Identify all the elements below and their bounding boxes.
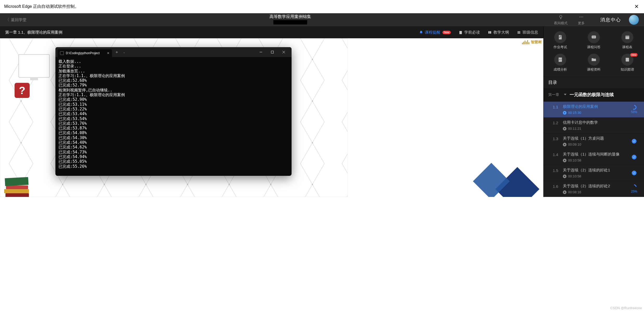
content-row: 第一章 1.1、极限理论的应用案例 课程提醒 New 学前必读 教学大纲 [0,27,644,197]
lesson-item[interactable]: 1.4关于连续（1）连续与间断的显像00:10:58✓ [544,149,644,165]
avatar[interactable] [629,15,639,25]
close-window-button[interactable] [278,47,289,57]
play-icon [563,175,566,178]
monitor-art [18,54,50,78]
chat-icon [591,34,597,40]
check-icon: ✓ [632,139,636,144]
lesson-item[interactable]: 1.6关于连续（2）连续的好处200:08:1625% [544,181,644,197]
grade-icon: A+ [557,57,563,63]
book-icon [488,30,492,35]
lesson-number: 1.1 [548,104,563,115]
terminal-window: D:\Coding\pythonProject ✕ ＋ ⌄ 载入数据... 正在… [55,47,292,176]
syllabus-link[interactable]: 教学大纲 [488,30,509,35]
back-button[interactable]: 〈 返回学堂 [5,17,27,23]
knowledge-graph-button[interactable]: new 知识图谱 [610,52,644,74]
video-area[interactable]: 智慧树 ? D:\Coding\pythonProject [0,38,543,197]
lesson-duration: 00:15:30 [563,111,629,115]
chapter-breadcrumb: 第一章 1.1、极限理论的应用案例 [5,30,62,35]
svg-rect-9 [271,51,274,53]
homework-button[interactable]: 作业考试 [544,29,577,52]
catalog-header: 目录 [544,77,644,88]
lesson-item[interactable]: 1.2信用卡计息中的数学00:11:21 [544,117,644,133]
terminal-tabbar: D:\Coding\pythonProject ✕ ＋ ⌄ [55,47,292,57]
terminal-icon [60,51,64,55]
lesson-title: 极限理论的应用案例 [563,104,629,109]
more-label: 更多 [578,21,585,26]
lesson-duration: 00:08:16 [563,190,629,194]
terminal-body[interactable]: 载入数据... 正在登录... 加载播放页... 正在学习:1.1.、极限理论的… [55,57,292,176]
svg-point-2 [581,17,582,17]
must-read-link[interactable]: 学前必读 [459,30,480,35]
sidebar: 作业考试 课程问答 课程表 A+ 成绩分析 课程资料 [543,27,644,197]
lesson-title: 关于连续（1）方桌问题 [563,136,629,141]
close-icon[interactable]: ✕ [634,3,639,10]
terminal-tab-title: D:\Coding\pythonProject [66,51,100,55]
lesson-number: 1.4 [548,152,563,162]
terminal-tab[interactable]: D:\Coding\pythonProject ✕ [57,49,112,57]
message-center-button[interactable]: 消息中心 [600,17,621,23]
chevron-down-icon [564,94,566,95]
schedule-button[interactable]: 课程表 [610,29,644,52]
lesson-item[interactable]: 1.1极限理论的应用案例00:15:3058% [544,102,644,117]
tab-dropdown-icon[interactable]: ⌄ [121,51,127,54]
bell-icon [419,30,423,35]
page-title: 高等数学应用案例锦集 [269,14,311,19]
reminder-label: 课程提醒 [425,30,440,35]
lesson-number: 1.6 [548,184,563,194]
play-icon [563,127,566,130]
tab-close-icon[interactable]: ✕ [107,51,110,55]
minimize-button[interactable] [255,47,267,57]
chevron-left-icon: 〈 [5,17,9,23]
check-icon: ✓ [632,171,636,175]
lesson-item[interactable]: 1.3关于连续（1）方桌问题00:09:10✓ [544,133,644,149]
course-reminder-link[interactable]: 课程提醒 New [419,30,451,35]
question-man-art: ? [15,83,54,122]
lesson-duration: 00:10:58 [563,174,629,178]
watermark-text: 智慧树 [531,40,542,45]
svg-rect-5 [518,31,520,32]
schedule-label: 课程表 [622,45,632,49]
new-tab-button[interactable]: ＋ [112,49,121,55]
svg-point-15 [595,37,595,37]
nav-tabs: 第一章 1.1、极限理论的应用案例 课程提醒 New 学前必读 教学大纲 [0,27,543,38]
score-label: 成绩分析 [553,67,567,72]
svg-text:A+: A+ [559,58,562,61]
syllabus-label: 教学大纲 [493,30,509,35]
more-button[interactable]: 更多 [578,14,585,26]
material-button[interactable]: 课程资料 [577,52,611,74]
calendar-icon [624,34,630,40]
chapter-row[interactable]: 第一章 一元函数的极限与连续 [544,88,644,102]
lesson-duration: 00:10:58 [563,158,629,162]
bulb-icon [558,14,564,20]
play-icon [563,159,566,162]
folder-icon [591,57,597,63]
lesson-title: 关于连续（2）连续的好处1 [563,168,629,173]
lesson-item[interactable]: 1.5关于连续（2）连续的好处100:10:58✓ [544,165,644,181]
must-read-label: 学前必读 [464,30,480,35]
automation-bar: Microsoft Edge 正由自动测试软件控制。 ✕ [0,0,644,13]
top-bar: 〈 返回学堂 高等数学应用案例锦集 夜间模式 更多 消息中心 [0,13,644,27]
blue-side-art: 智慧树 [348,38,543,197]
lesson-percent: 25% [631,190,637,193]
lesson-percent: 58% [631,110,637,114]
lesson-number: 1.2 [548,120,563,130]
back-label: 返回学堂 [11,17,27,22]
qa-button[interactable]: 课程问答 [577,29,611,52]
lesson-number: 1.3 [548,136,563,146]
maximize-button[interactable] [267,47,278,57]
score-button[interactable]: A+ 成绩分析 [544,52,577,74]
chapter-title: 一元函数的极限与连续 [570,92,614,98]
svg-point-3 [582,17,583,17]
left-column: 第一章 1.1、极限理论的应用案例 课程提醒 New 学前必读 教学大纲 [0,27,543,197]
svg-point-13 [593,37,593,37]
lesson-title: 关于连续（2）连续的好处2 [563,184,629,189]
night-mode-label: 夜间模式 [554,21,568,26]
svg-rect-6 [518,32,520,33]
night-mode-button[interactable]: 夜间模式 [554,14,568,26]
homework-label: 作业考试 [553,45,567,49]
pencil-doc-icon [557,34,563,40]
dots-icon [578,14,584,20]
progress-ring-icon [632,184,636,189]
kg-label: 知识图谱 [621,67,634,72]
class-info-link[interactable]: 班级信息 [517,30,538,35]
